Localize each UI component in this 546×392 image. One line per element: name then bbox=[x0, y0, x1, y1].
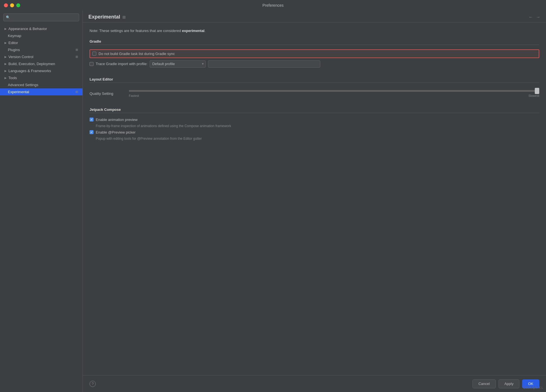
sidebar-item-label: Plugins bbox=[8, 48, 20, 52]
quality-slider-container: Fastest Slowest bbox=[129, 90, 539, 97]
enable-preview-picker-description: Popup with editing tools for @Preview an… bbox=[96, 137, 539, 141]
trace-gradle-checkbox[interactable] bbox=[90, 62, 93, 66]
bottom-bar: ? Cancel Apply OK bbox=[83, 375, 546, 392]
enable-preview-picker-label: Enable @Preview picker bbox=[96, 130, 136, 134]
sidebar-item-label: Tools bbox=[8, 76, 17, 80]
sidebar: 🔍 ▶ Appearance & Behavior Keymap ▶ Edito… bbox=[0, 11, 83, 392]
sidebar-item-keymap[interactable]: Keymap bbox=[0, 32, 83, 39]
panel-header: Experimental ⊞ ← → bbox=[83, 11, 546, 22]
watermark: CSDN @Y X L bbox=[523, 386, 543, 389]
note-prefix: Note: These settings are for features th… bbox=[90, 29, 182, 33]
quality-setting-label: Quality Setting bbox=[90, 91, 123, 96]
chevron-icon: ▶ bbox=[4, 27, 7, 30]
slider-labels: Fastest Slowest bbox=[129, 94, 539, 97]
sidebar-item-label: Keymap bbox=[8, 34, 21, 38]
profile-input[interactable] bbox=[208, 60, 320, 68]
sidebar-item-label: Advanced Settings bbox=[8, 83, 38, 87]
pin-icon: ⊞ bbox=[76, 55, 78, 59]
slider-max-label: Slowest bbox=[528, 94, 539, 97]
sidebar-nav: ▶ Appearance & Behavior Keymap ▶ Editor … bbox=[0, 24, 83, 392]
enable-animation-row: Enable animation preview bbox=[90, 118, 539, 122]
layout-editor-section-title: Layout Editor bbox=[90, 77, 539, 83]
jetpack-compose-title: Jetpack Compose bbox=[90, 107, 539, 113]
sidebar-item-experimental[interactable]: Experimental ⊞ bbox=[0, 88, 83, 95]
nav-arrows: ← → bbox=[529, 15, 540, 20]
layout-editor-section: Layout Editor Quality Setting Fastest Sl bbox=[90, 77, 539, 102]
chevron-icon: ▶ bbox=[4, 69, 7, 72]
sidebar-item-appearance[interactable]: ▶ Appearance & Behavior bbox=[0, 25, 83, 32]
enable-animation-checkbox[interactable] bbox=[90, 118, 93, 122]
chevron-icon: ▶ bbox=[4, 55, 7, 58]
help-button[interactable]: ? bbox=[90, 381, 96, 387]
preferences-window: Preferences 🔍 ▶ Appearance & Behavior Ke… bbox=[0, 0, 546, 392]
title-bar: Preferences bbox=[0, 0, 546, 11]
no-build-task-label: Do not build Gradle task list during Gra… bbox=[99, 52, 175, 56]
panel-title: Experimental bbox=[88, 14, 120, 20]
main-content: 🔍 ▶ Appearance & Behavior Keymap ▶ Edito… bbox=[0, 11, 546, 392]
pin-icon: ⊞ bbox=[76, 48, 78, 52]
trace-gradle-row: Trace Gradle import with profile: Defaul… bbox=[90, 60, 539, 68]
enable-preview-picker-row: Enable @Preview picker bbox=[90, 130, 539, 134]
jetpack-compose-content: Enable animation preview Frame-by-frame … bbox=[90, 116, 539, 145]
gradle-section: Gradle Do not build Gradle task list dur… bbox=[90, 39, 539, 72]
sidebar-item-advanced[interactable]: Advanced Settings bbox=[0, 81, 83, 88]
sidebar-item-build[interactable]: ▶ Build, Execution, Deploymen bbox=[0, 60, 83, 67]
sidebar-item-plugins[interactable]: Plugins ⊞ bbox=[0, 46, 83, 53]
search-input[interactable] bbox=[12, 15, 77, 20]
sidebar-item-label: Appearance & Behavior bbox=[8, 27, 47, 31]
chevron-icon: ▶ bbox=[4, 41, 7, 44]
sidebar-item-label: Experimental bbox=[8, 90, 29, 94]
note-bold: experimental bbox=[182, 29, 204, 33]
note-suffix: . bbox=[204, 29, 205, 33]
sidebar-item-label: Editor bbox=[8, 41, 18, 45]
pin-icon: ⊞ bbox=[76, 90, 78, 94]
bottom-left: ? bbox=[90, 381, 96, 387]
sidebar-item-editor[interactable]: ▶ Editor bbox=[0, 39, 83, 46]
back-arrow-icon[interactable]: ← bbox=[529, 15, 533, 20]
quality-setting-row: Quality Setting Fastest Slowest bbox=[90, 90, 539, 97]
gradle-section-content: Do not build Gradle task list during Gra… bbox=[90, 48, 539, 72]
layout-editor-content: Quality Setting Fastest Slowest bbox=[90, 86, 539, 102]
sidebar-item-label: Build, Execution, Deploymen bbox=[8, 62, 55, 66]
panel-pin-icon: ⊞ bbox=[122, 15, 126, 19]
no-build-task-checkbox[interactable] bbox=[92, 52, 96, 56]
cancel-button[interactable]: Cancel bbox=[472, 379, 495, 388]
chevron-icon: ▶ bbox=[4, 76, 7, 79]
quality-slider-thumb[interactable] bbox=[535, 88, 539, 94]
slider-min-label: Fastest bbox=[129, 94, 139, 97]
search-box[interactable]: 🔍 bbox=[3, 13, 79, 21]
panel-content: Note: These settings are for features th… bbox=[83, 22, 546, 375]
profile-dropdown-wrapper: Default profile ▼ bbox=[150, 60, 206, 68]
apply-button[interactable]: Apply bbox=[499, 379, 520, 388]
window-title: Preferences bbox=[262, 3, 284, 8]
main-panel: Experimental ⊞ ← → Note: These settings … bbox=[83, 11, 546, 392]
sidebar-item-version-control[interactable]: ▶ Version Control ⊞ bbox=[0, 53, 83, 60]
quality-slider-track bbox=[129, 90, 539, 92]
enable-animation-description: Frame-by-frame inspection of animations … bbox=[96, 124, 539, 128]
trace-gradle-label: Trace Gradle import with profile: bbox=[96, 62, 147, 66]
no-build-task-row: Do not build Gradle task list during Gra… bbox=[90, 49, 539, 58]
traffic-lights bbox=[4, 3, 20, 7]
forward-arrow-icon[interactable]: → bbox=[536, 15, 540, 20]
jetpack-compose-section: Jetpack Compose Enable animation preview… bbox=[90, 107, 539, 145]
search-icon: 🔍 bbox=[6, 15, 10, 19]
minimize-button[interactable] bbox=[10, 3, 14, 7]
sidebar-item-label: Version Control bbox=[8, 55, 33, 59]
note-box: Note: These settings are for features th… bbox=[90, 28, 539, 34]
gradle-section-title: Gradle bbox=[90, 39, 539, 45]
maximize-button[interactable] bbox=[16, 3, 20, 7]
sidebar-item-label: Languages & Frameworks bbox=[8, 69, 51, 73]
sidebar-item-languages[interactable]: ▶ Languages & Frameworks bbox=[0, 67, 83, 74]
sidebar-item-tools[interactable]: ▶ Tools bbox=[0, 74, 83, 81]
profile-dropdown[interactable]: Default profile bbox=[150, 60, 206, 68]
enable-preview-picker-checkbox[interactable] bbox=[90, 130, 93, 134]
enable-animation-label: Enable animation preview bbox=[96, 118, 138, 122]
close-button[interactable] bbox=[4, 3, 8, 7]
chevron-icon: ▶ bbox=[4, 62, 7, 65]
